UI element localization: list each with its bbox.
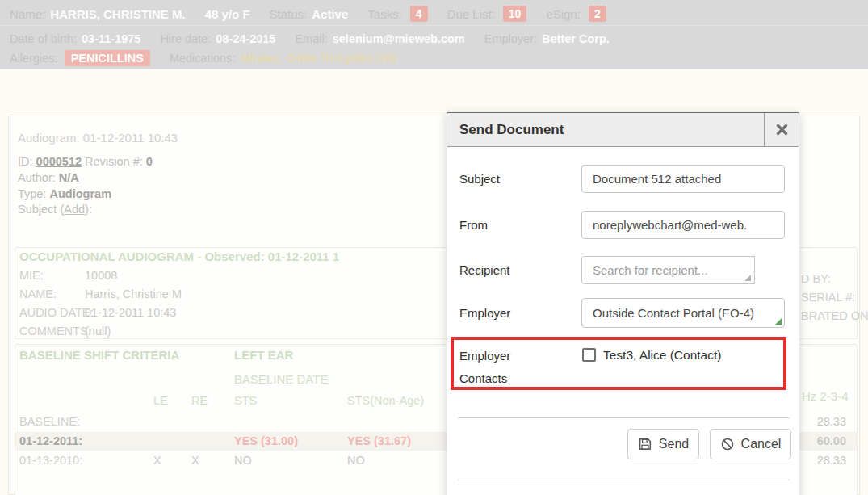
from-input[interactable] [581,211,785,239]
modal-close-button[interactable] [764,113,799,146]
subject-input-wrap [581,165,785,193]
recipient-input-group: + [581,256,785,284]
patient-age-sex: 48 y/o F [205,7,250,21]
patient-banner-row-2: Date of birth: 03-11-1975 Hire date: 08-… [10,31,610,47]
status-value: Active [312,7,348,21]
table-row-2010-le: X [153,454,161,467]
patient-banner: Name: HARRIS, CHRISTINE M. 48 y/o F Stat… [0,0,868,69]
table-row-2010-sts: NO [234,454,252,467]
table-row-2010-right-value: 28.33 [799,454,846,467]
tasks-label: Tasks: [367,7,402,21]
employer-value: Better Corp. [542,32,610,45]
serial-fragment: SERIAL #: [801,291,855,304]
col-header-sts-non-age: STS(Non-Age) [347,394,424,407]
status-label: Status: [270,7,308,21]
document-title: Audiogram: 01-12-2011 10:43 [18,131,178,145]
send-button[interactable]: Send [627,429,699,459]
bottom-divider [458,480,790,480]
left-ear-heading: LEFT EAR [234,348,293,362]
patient-banner-row-1: Name: HARRIS, CHRISTINE M. 48 y/o F Stat… [10,4,606,23]
comments-label: COMMENTS: [19,325,91,338]
from-input-wrap [581,211,785,239]
send-document-modal: Send Document Subject From Recipient + [447,112,799,495]
x-icon [776,124,788,136]
employer-contact-checkbox[interactable] [582,348,596,362]
table-row-2011-sts: YES (31.00) [234,434,298,447]
cancel-button[interactable]: Cancel [710,429,791,459]
document-type-line: Type: Audiogram [18,187,111,200]
subject-prefix: Subject ( [18,203,64,216]
banner-row-divider [0,25,868,26]
audio-date-label: AUDIO DATE: [19,306,94,319]
allergy-badge[interactable]: PENICILLINS [65,50,150,66]
name-field-label: NAME: [19,287,57,300]
circle-slash-icon [720,437,735,451]
modal-title: Send Document [459,113,564,146]
id-label: ID: [18,155,33,168]
revision-label: Revision #: [85,155,143,168]
modal-header: Send Document [447,113,799,147]
mie-label: MIE: [19,269,44,282]
employer-field-label: Employer [459,306,510,320]
esign-count-badge[interactable]: 2 [589,6,606,22]
email-value: selenium@mieweb.com [333,32,465,45]
table-row-2011-right-value: 60.00 [799,434,846,447]
allergies-label: Allergies: [10,52,58,65]
employer-contacts-label-line1: Employer [459,349,510,363]
employer-select[interactable] [581,298,785,328]
send-button-label: Send [659,437,689,451]
subject-suffix: ): [85,203,92,216]
calibrated-fragment: BRATED ON [801,309,868,322]
cancel-button-label: Cancel [741,437,782,451]
name-label: Name: [10,7,45,21]
occupational-audiogram-heading: OCCUPATIONAL AUDIOGRAM - Observed: 01-12… [19,250,339,263]
resize-grip-icon[interactable] [744,275,751,281]
table-row-2010-label: 01-13-2010: [19,454,82,467]
table-row-baseline-right-value: 28.33 [799,415,846,428]
baseline-date-heading: BASELINE DATE [234,372,328,386]
employer-label: Employer: [484,32,537,45]
table-row-baseline-label: BASELINE: [19,415,80,428]
audio-date-value: 01-12-2011 10:43 [85,306,176,319]
employer-contact-option[interactable]: Test3, Alice (Contact) [603,348,721,363]
tested-by-fragment: D BY: [801,272,831,285]
subject-field-label: Subject [459,172,500,186]
hire-date-value: 08-24-2015 [216,32,275,45]
document-author-line: Author: N/A [18,171,79,184]
table-row-2011-sts-non-age: YES (31.67) [347,434,411,447]
baseline-shift-heading: BASELINE SHIFT CRITERIA [19,348,179,362]
subject-add-link[interactable]: Add [64,203,85,216]
medication-link-miralax[interactable]: Miralax, [241,52,282,65]
revision-value: 0 [146,155,153,168]
due-list-label: Due List: [447,7,495,21]
comments-value: (null) [85,325,111,338]
resize-grip-green-icon[interactable] [775,318,782,325]
hire-date-label: Hire date: [160,32,211,45]
name-field-value: Harris, Christine M [85,287,182,300]
recipient-search-input[interactable] [581,256,755,284]
esign-label: eSign: [546,7,581,21]
floppy-disk-icon [638,437,652,451]
email-label: Email: [295,32,327,45]
document-subject-line: Subject (Add): [18,203,92,216]
app-window: Name: HARRIS, CHRISTINE M. 48 y/o F Stat… [0,0,868,495]
due-list-count-badge[interactable]: 10 [503,6,527,22]
author-value: N/A [59,171,79,184]
dob-value: 03-11-1975 [82,32,140,45]
medication-link-ortho[interactable]: Ortho Tri-Cyclen (28) [287,52,396,65]
col-header-sts: STS [234,394,257,407]
table-row-2011-label: 01-12-2011: [19,434,82,447]
document-id-link[interactable]: 0000512 [36,155,82,168]
hz-column-heading: Hz 2-3-4 [802,389,849,403]
col-header-le: LE [153,394,168,407]
subject-input[interactable] [581,165,785,193]
table-row-2010-re: X [191,454,199,467]
type-value: Audiogram [50,187,112,200]
patient-name: HARRIS, CHRISTINE M. [50,7,186,21]
patient-banner-row-3: Allergies: PENICILLINS Medications: Mira… [10,49,396,67]
mie-value: 10008 [85,269,117,282]
tasks-count-badge[interactable]: 4 [410,6,428,22]
type-label: Type: [18,187,46,200]
table-row-2010-sts-non-age: NO [347,454,365,467]
employer-contacts-label-line2: Contacts [459,371,507,385]
